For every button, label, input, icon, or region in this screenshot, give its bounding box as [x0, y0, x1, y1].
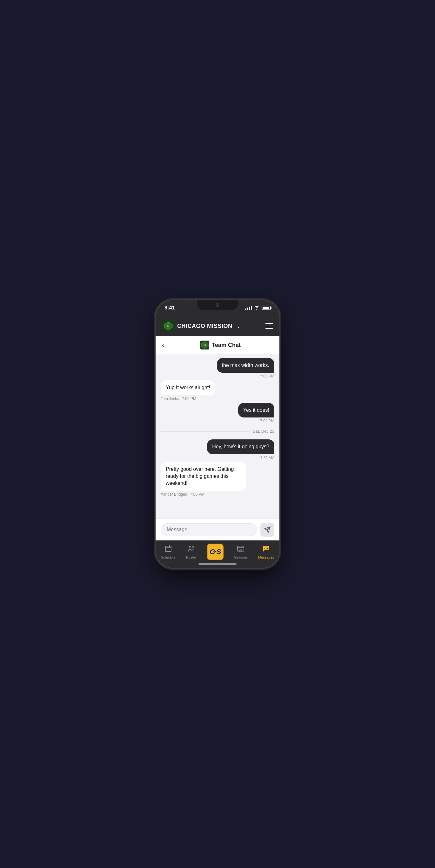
svg-point-20 [266, 548, 266, 548]
message-meta: Tom Jenks 7:00 PM [161, 397, 196, 401]
message-text: Hey, how's it going guys? [212, 444, 269, 449]
messages-label: Messages [258, 555, 274, 559]
svg-text:2:0: 2:0 [239, 549, 242, 551]
seasons-icon: 2:0 [237, 545, 244, 554]
phone-frame: 9:41 [156, 300, 279, 568]
svg-point-14 [189, 546, 191, 548]
hamburger-menu[interactable] [265, 323, 273, 329]
message-bubble: Hey, how's it going guys? [207, 439, 274, 454]
message-text: Yes it does! [243, 407, 269, 413]
svg-point-15 [192, 546, 194, 548]
message-time: 7:00 PM [260, 374, 274, 378]
chat-header: ‹ M Team Chat [156, 336, 279, 354]
message-time: 7:32 AM [260, 456, 274, 460]
message-sender: Xander Bridges [161, 492, 187, 497]
message-meta: 7:00 PM [260, 374, 274, 378]
input-area [156, 519, 279, 540]
team-logo: M [162, 320, 175, 332]
home-bar [198, 563, 237, 565]
back-button[interactable]: ‹ [162, 341, 164, 349]
message-meta: 7:32 AM [260, 456, 274, 460]
nav-item-seasons[interactable]: 2:0 Seasons [234, 545, 248, 559]
app-header: M CHICAGO MISSION ⌄ [156, 316, 279, 336]
seasons-label: Seasons [234, 555, 248, 559]
roster-icon [187, 545, 195, 554]
message-bubble: the max width works. [217, 358, 274, 373]
chat-title: Team Chat [212, 342, 241, 348]
send-button[interactable] [260, 523, 274, 537]
svg-text:M: M [204, 344, 206, 347]
battery-icon [262, 306, 270, 310]
nav-item-home[interactable]: G·S [207, 544, 224, 560]
message-row: Yes it does! 7:08 PM [161, 403, 274, 423]
message-meta: Xander Bridges 7:00 PM [161, 492, 204, 497]
wifi-icon [254, 305, 260, 311]
send-icon [264, 526, 271, 533]
svg-point-19 [265, 548, 265, 548]
front-camera [215, 303, 220, 307]
messages-icon [262, 545, 270, 554]
schedule-label: Schedule [161, 555, 176, 559]
svg-rect-12 [168, 549, 169, 549]
gs-text: G·S [209, 548, 221, 556]
nav-item-schedule[interactable]: Schedule [161, 545, 176, 559]
message-row: Yup It works alright! Tom Jenks 7:00 PM [161, 380, 274, 401]
status-icons [245, 305, 270, 311]
nav-item-roster[interactable]: Roster [186, 545, 196, 559]
message-text: the max width works. [222, 363, 269, 368]
message-time: 7:08 PM [260, 419, 274, 423]
svg-point-3 [168, 322, 169, 324]
chat-logo: M [200, 341, 209, 349]
message-bubble: Pretty good over here. Getting ready for… [161, 462, 246, 491]
message-text: Yup It works alright! [166, 385, 210, 390]
dropdown-arrow-icon[interactable]: ⌄ [236, 323, 240, 329]
svg-rect-13 [169, 549, 170, 549]
message-row: Pretty good over here. Getting ready for… [161, 462, 274, 497]
message-time: 7:00 PM [190, 492, 204, 497]
message-bubble: Yup It works alright! [161, 380, 215, 395]
svg-text:M: M [167, 325, 170, 328]
gs-logo: G·S [207, 544, 224, 560]
header-team-info[interactable]: M CHICAGO MISSION ⌄ [162, 320, 240, 332]
svg-point-21 [267, 548, 268, 548]
status-time: 9:41 [165, 305, 175, 311]
divider-date: Sat, Dec 23 [253, 429, 274, 434]
message-text: Pretty good over here. Getting ready for… [166, 466, 234, 486]
messages-area: the max width works. 7:00 PM Yup It work… [156, 354, 279, 519]
message-time: 7:00 PM [182, 397, 196, 401]
message-bubble: Yes it does! [238, 403, 274, 417]
schedule-icon [165, 545, 172, 554]
battery-fill [263, 307, 269, 309]
message-meta: 7:08 PM [260, 419, 274, 423]
roster-label: Roster [186, 555, 196, 559]
message-row: the max width works. 7:00 PM [161, 358, 274, 378]
chat-title-area: M Team Chat [168, 341, 273, 349]
team-name: CHICAGO MISSION [177, 323, 232, 330]
message-input[interactable] [161, 523, 257, 536]
svg-rect-11 [167, 549, 168, 549]
message-sender: Tom Jenks [161, 397, 179, 401]
bottom-nav: Schedule Roster G·S [156, 540, 279, 561]
notch [197, 300, 238, 310]
date-divider: Sat, Dec 23 [161, 429, 274, 434]
screen: 9:41 [156, 300, 279, 568]
home-indicator [156, 561, 279, 568]
signal-strength [245, 306, 252, 310]
message-row: Hey, how's it going guys? 7:32 AM [161, 439, 274, 460]
nav-item-messages[interactable]: Messages [258, 545, 274, 559]
